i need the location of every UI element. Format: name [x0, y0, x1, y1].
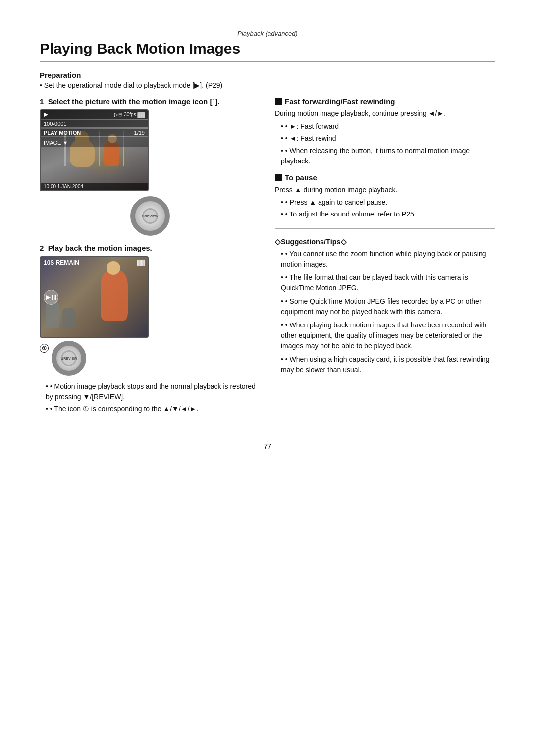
suggestions-section: ◇Suggestions/Tips◇ • You cannot use the …: [275, 238, 495, 375]
fast-forward-header: Fast forwarding/Fast rewinding: [275, 97, 495, 106]
screen-datetime: 10:00 1.JAN.2004: [44, 184, 83, 189]
fast-forward-section: Fast forwarding/Fast rewinding During mo…: [275, 97, 495, 166]
pause-section: To pause Press ▲ during motion image pla…: [275, 173, 495, 220]
jog-label-review: REVIEW: [145, 215, 159, 218]
playback-person-figure: [101, 271, 128, 321]
fast-forward-body: During motion image playback, continue p…: [275, 108, 495, 166]
page-title: Playing Back Motion Images: [40, 40, 495, 62]
fast-forward-bullet-2: • ◄: Fast rewind: [281, 133, 495, 144]
suggestion-5: • When using a high capacity card, it is…: [281, 354, 495, 375]
camera-screen-2: 10S REMAIN ▓▓ ▶▐▐: [40, 256, 149, 338]
jog-wheel-1: S REVIEW: [130, 196, 170, 236]
suggestion-1: • You cannot use the zoom function while…: [281, 249, 495, 270]
screen-file-number: 100-0001: [44, 121, 67, 127]
right-column: Fast forwarding/Fast rewinding During mo…: [275, 97, 495, 422]
screen-info-icons: ▷⊟ 30fps ▓▓: [114, 112, 145, 117]
step-2-notes: • Motion image playback stops and the no…: [40, 381, 260, 414]
jog-area-2: ① S REVIEW: [40, 341, 149, 376]
image-label: IMAGE ▼: [44, 140, 68, 146]
camera-screen-1: ▶ ▷⊟ 30fps ▓▓ 100-0001 PLAY MOTION 1/19 …: [40, 109, 149, 191]
bg-figures: [46, 301, 76, 328]
divider: [275, 228, 495, 229]
section-square-1: [275, 98, 282, 105]
suggestions-title: ◇Suggestions/Tips◇: [275, 238, 495, 246]
play-motion-label: PLAY MOTION: [44, 130, 81, 136]
screen-label-bar: PLAY MOTION 1/19: [41, 129, 148, 136]
jog-label-review2: REVIEW: [63, 357, 77, 360]
page-label: Playback (advanced): [40, 30, 495, 37]
play-pause-ctrl: ▶▐▐: [44, 290, 58, 305]
jog-inner-2: S REVIEW: [61, 350, 77, 366]
step-1-title: 1 Select the picture with the motion ima…: [40, 97, 260, 106]
step-2-note-1: • Motion image playback stops and the no…: [46, 381, 260, 402]
play-icon: ▶: [44, 111, 48, 118]
jog-inner-1: S REVIEW: [142, 208, 158, 224]
step-2-note-2: • The icon ① is corresponding to the ▲/▼…: [46, 404, 260, 414]
preparation-label: Preparation: [40, 71, 495, 79]
remain-bar: 10S REMAIN ▓▓: [44, 259, 145, 266]
screen-fraction: 1/19: [134, 130, 145, 136]
left-column: 1 Select the picture with the motion ima…: [40, 97, 260, 422]
pause-header: To pause: [275, 173, 495, 182]
step-2-title: 2 Play back the motion images.: [40, 244, 260, 252]
suggestion-4: • When playing back motion images that h…: [281, 320, 495, 351]
suggestion-3: • Some QuickTime Motion JPEG files recor…: [281, 296, 495, 317]
fast-forward-bullet-1: • ►: Fast forward: [281, 121, 495, 132]
fast-forward-note: • When releasing the button, it turns to…: [281, 146, 495, 166]
remain-text: 10S REMAIN: [44, 259, 79, 266]
pause-bullet-1: • Press ▲ again to cancel pause.: [281, 197, 495, 208]
pause-body: Press ▲ during motion image playback. • …: [275, 185, 495, 220]
pause-bullet-2: • To adjust the sound volume, refer to P…: [281, 209, 495, 219]
screen-image-label-bar: IMAGE ▼: [41, 137, 148, 147]
circle-badge-1: ①: [40, 344, 49, 353]
jog-wheel-2: S REVIEW: [52, 341, 86, 376]
step-2: 2 Play back the motion images. 10S R: [40, 244, 260, 414]
control-overlay: ▶▐▐: [44, 290, 58, 305]
suggestion-2: • The file format that can be played bac…: [281, 272, 495, 293]
screen-bottom-bar-1: 10:00 1.JAN.2004: [41, 183, 148, 190]
step-2-figure: 10S REMAIN ▓▓ ▶▐▐ ① S REVIE: [40, 256, 260, 376]
page-number: 77: [40, 442, 495, 450]
battery-icon: ▓▓: [137, 259, 145, 266]
screen-counter-bar: 100-0001: [41, 120, 148, 127]
step-1: 1 Select the picture with the motion ima…: [40, 97, 260, 236]
section-square-2: [275, 174, 282, 181]
preparation-text: • Set the operational mode dial to playb…: [40, 81, 495, 89]
screen-top-bar-1: ▶ ▷⊟ 30fps ▓▓: [41, 110, 148, 119]
